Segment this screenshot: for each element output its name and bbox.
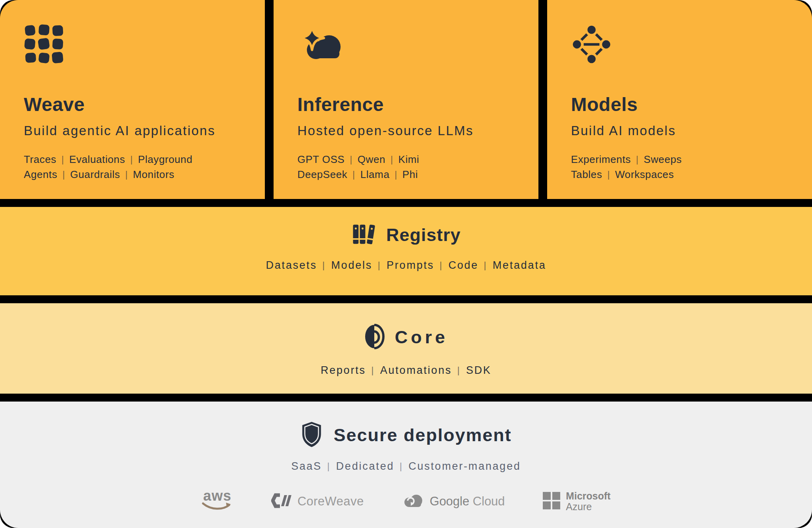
secure-header: Secure deployment: [0, 421, 812, 450]
card-feature-list: Experiments|Sweeps Tables|Workspaces: [571, 152, 792, 182]
core-items: Reports|Automations|SDK: [0, 364, 812, 377]
aws-smile-icon: [201, 502, 233, 513]
binders-icon: [351, 223, 376, 247]
registry-band: Registry Datasets|Models|Prompts|Code|Me…: [0, 207, 812, 295]
feature-line: Agents|Guardrails|Monitors: [24, 167, 245, 182]
card-subtitle: Build AI models: [571, 122, 792, 139]
cloud-provider-logos: aws CoreWeave: [0, 490, 812, 513]
aws-wordmark: aws: [203, 490, 232, 502]
secure-title: Secure deployment: [333, 425, 511, 446]
feature-line: GPT OSS|Qwen|Kimi: [297, 152, 519, 167]
platform-architecture-diagram: Weave Build agentic AI applications Trac…: [0, 0, 812, 528]
coreweave-wordmark: CoreWeave: [297, 494, 364, 509]
microsoft-squares-icon: [543, 492, 560, 511]
sparkle-cloud-icon: [297, 24, 519, 65]
registry-title: Registry: [386, 225, 461, 245]
card-subtitle: Hosted open-source LLMs: [297, 122, 519, 139]
half-orbit-icon: [364, 324, 385, 351]
card-inference: Inference Hosted open-source LLMs GPT OS…: [274, 0, 538, 199]
node-network-icon: [571, 24, 792, 65]
logo-aws: aws: [201, 490, 233, 513]
microsoft-azure-wordmark: Microsoft Azure: [566, 491, 611, 512]
coreweave-mark-icon: [271, 493, 292, 510]
secure-deployment-band: Secure deployment SaaS|Dedicated|Custome…: [0, 402, 812, 528]
google-cloud-wordmark: Google Cloud: [430, 494, 505, 509]
feature-line: Traces|Evaluations|Playground: [24, 152, 245, 167]
shield-icon: [300, 421, 323, 450]
core-band: Core Reports|Automations|SDK: [0, 303, 812, 394]
card-title: Inference: [297, 94, 519, 115]
product-cards-row: Weave Build agentic AI applications Trac…: [0, 0, 812, 199]
feature-line: Tables|Workspaces: [571, 167, 792, 182]
logo-coreweave: CoreWeave: [271, 493, 364, 510]
core-header: Core: [0, 324, 812, 351]
card-feature-list: Traces|Evaluations|Playground Agents|Gua…: [24, 152, 245, 182]
registry-items: Datasets|Models|Prompts|Code|Metadata: [0, 259, 812, 272]
card-models: Models Build AI models Experiments|Sweep…: [547, 0, 812, 199]
secure-items: SaaS|Dedicated|Customer-managed: [0, 460, 812, 473]
card-subtitle: Build agentic AI applications: [24, 122, 245, 139]
feature-line: Experiments|Sweeps: [571, 152, 792, 167]
grid-tiles-icon: [24, 24, 245, 65]
feature-line: DeepSeek|Llama|Phi: [297, 167, 519, 182]
logo-google-cloud: Google Cloud: [402, 493, 505, 510]
registry-header: Registry: [0, 223, 812, 247]
core-title: Core: [395, 327, 448, 348]
logo-microsoft-azure: Microsoft Azure: [543, 491, 611, 512]
card-weave: Weave Build agentic AI applications Trac…: [0, 0, 265, 199]
card-title: Models: [571, 94, 792, 115]
card-title: Weave: [24, 94, 245, 115]
google-cloud-icon: [402, 493, 424, 510]
card-feature-list: GPT OSS|Qwen|Kimi DeepSeek|Llama|Phi: [297, 152, 519, 182]
